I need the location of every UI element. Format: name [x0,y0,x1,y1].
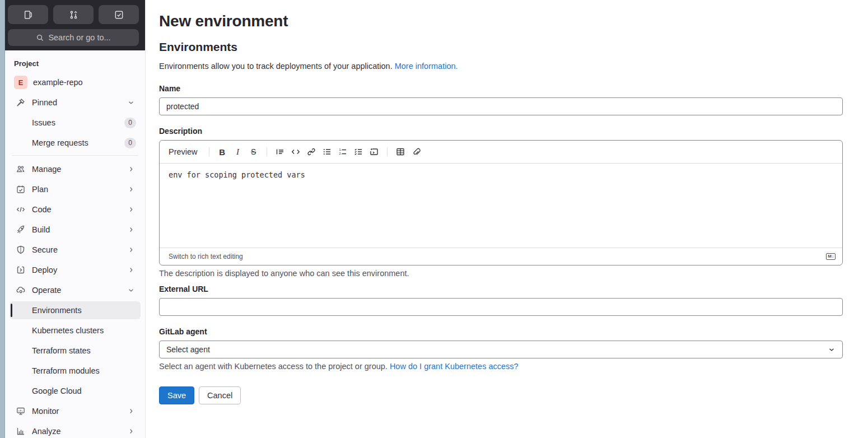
todo-shortcut-button[interactable] [99,5,139,24]
sidebar-item-plan[interactable]: Plan [10,180,141,198]
sidebar-item-environments[interactable]: Environments [10,301,141,319]
strikethrough-icon[interactable]: S [246,145,261,159]
main-content: New environment Environments Environment… [146,0,868,438]
numbered-list-icon[interactable]: 1. 2. [335,145,350,159]
calendar-icon [16,185,25,194]
sidebar-item-build[interactable]: Build [10,221,141,239]
italic-icon[interactable]: I [231,145,245,159]
sidebar-item-terraform-states[interactable]: Terraform states [10,342,141,360]
sidebar-item-terraform-modules[interactable]: Terraform modules [10,362,141,380]
bold-icon[interactable]: B [215,145,230,159]
markdown-editor-footer: Switch to rich text editing M↓ [160,248,842,265]
chevron-right-icon [127,226,135,234]
chevron-right-icon [127,246,135,254]
task-list-icon[interactable] [351,145,366,159]
external-url-label: External URL [159,285,843,293]
sidebar-divider [12,155,138,156]
collapsible-section-icon[interactable] [367,145,381,159]
preview-button[interactable]: Preview [169,147,198,156]
save-button[interactable]: Save [159,386,194,404]
build-label: Build [32,225,127,234]
chevron-right-icon [127,407,135,415]
merge-requests-count-badge: 0 [124,138,136,148]
description-textarea[interactable]: env for scoping protected vars [160,164,842,245]
code-icon [16,205,25,214]
intro-text-body: Environments allow you to track deployme… [159,62,393,71]
agent-select[interactable]: Select agent [159,341,843,358]
external-url-input[interactable] [159,298,843,316]
sidebar-item-merge-requests[interactable]: Merge requests 0 [10,134,141,152]
more-information-link[interactable]: More information. [395,62,458,71]
google-cloud-label: Google Cloud [32,386,136,395]
search-icon [36,34,44,42]
sidebar-item-manage[interactable]: Manage [10,160,141,178]
sidebar-topbar: Search or go to... [5,0,145,50]
code-block-icon[interactable] [288,145,303,159]
sidebar-nav: Project E example-repo Pinned Issues 0 M… [5,50,145,438]
manage-label: Manage [32,165,127,174]
sidebar-item-operate[interactable]: Operate [10,281,141,299]
rocket-icon [16,225,25,234]
sidebar-item-monitor[interactable]: Monitor [10,402,141,420]
sidebar-section-label: Project [10,56,141,73]
shield-icon [16,245,25,254]
quote-icon[interactable] [273,145,287,159]
deploy-label: Deploy [32,265,127,274]
form-actions: Save Cancel [159,386,843,404]
name-field-group: Name [159,84,843,115]
sidebar-item-code[interactable]: Code [10,201,141,218]
sidebar-item-pinned[interactable]: Pinned [10,94,141,111]
chevron-down-icon [127,286,135,294]
toolbar-divider [387,147,388,156]
super-sidebar: Search or go to... Project E example-rep… [5,0,146,438]
description-help-text: The description is displayed to anyone w… [159,269,843,278]
table-icon[interactable] [393,145,408,159]
sidebar-item-secure[interactable]: Secure [10,241,141,259]
attach-file-icon[interactable] [409,145,423,159]
kubernetes-clusters-label: Kubernetes clusters [32,326,136,335]
sidebar-item-deploy[interactable]: Deploy [10,261,141,279]
secure-label: Secure [32,245,127,254]
agent-select-value: Select agent [166,345,210,354]
switch-rich-text-button[interactable]: Switch to rich text editing [169,253,243,260]
chevron-down-icon [127,99,135,106]
sidebar-item-kubernetes-clusters[interactable]: Kubernetes clusters [10,321,141,339]
issues-label: Issues [32,118,124,127]
bullet-list-icon[interactable] [320,145,334,159]
kubernetes-access-link[interactable]: How do I grant Kubernetes access? [390,362,519,371]
chevron-right-icon [127,427,135,435]
sidebar-item-google-cloud[interactable]: Google Cloud [10,382,141,400]
merge-requests-label: Merge requests [32,138,124,147]
chevron-right-icon [127,165,135,173]
search-button[interactable]: Search or go to... [8,29,139,46]
name-label: Name [159,84,843,93]
markdown-icon[interactable]: M↓ [826,253,836,260]
gitlab-agent-label: GitLab agent [159,327,843,336]
issues-icon [24,10,33,20]
chevron-right-icon [127,266,135,274]
pin-icon [16,98,25,107]
agent-help-body: Select an agent with Kubernetes access t… [159,362,388,371]
merge-request-icon [69,10,78,20]
toolbar-divider [267,147,267,156]
sidebar-item-issues[interactable]: Issues 0 [10,114,141,132]
analyze-label: Analyze [32,427,127,436]
agent-help-text: Select an agent with Kubernetes access t… [159,362,843,371]
users-icon [16,165,25,174]
background-window-edge [0,0,5,438]
plan-label: Plan [32,185,127,194]
chart-icon [16,427,25,436]
gitlab-agent-field-group: GitLab agent Select agent Select an agen… [159,327,843,371]
project-name: example-repo [33,78,136,87]
chevron-right-icon [127,206,135,213]
deploy-icon [16,265,25,274]
sidebar-item-analyze[interactable]: Analyze [10,422,141,438]
markdown-editor: Preview B I S [159,140,843,265]
issues-shortcut-button[interactable] [8,5,48,24]
cancel-button[interactable]: Cancel [199,386,241,404]
svg-text:1.: 1. [339,148,342,151]
merge-requests-shortcut-button[interactable] [53,5,94,24]
link-icon[interactable] [304,145,319,159]
sidebar-item-project[interactable]: E example-repo [10,73,141,91]
name-input[interactable] [159,97,843,115]
